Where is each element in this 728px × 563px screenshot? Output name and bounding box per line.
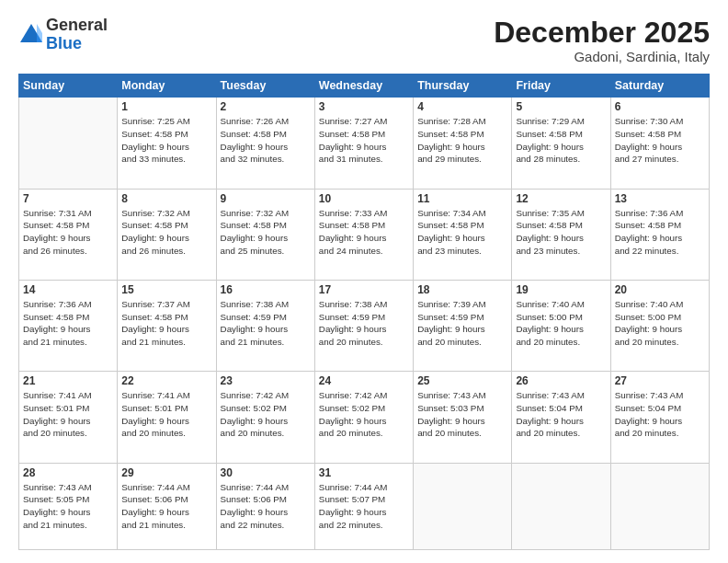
day-info: Sunrise: 7:39 AM Sunset: 4:59 PM Dayligh…: [417, 298, 507, 349]
day-number: 14: [23, 283, 113, 296]
day-info: Sunrise: 7:34 AM Sunset: 4:58 PM Dayligh…: [417, 207, 507, 258]
day-number: 27: [615, 374, 705, 387]
day-info: Sunrise: 7:31 AM Sunset: 4:58 PM Dayligh…: [23, 207, 113, 258]
day-number: 31: [319, 466, 409, 479]
day-info: Sunrise: 7:28 AM Sunset: 4:58 PM Dayligh…: [417, 115, 507, 166]
day-info: Sunrise: 7:36 AM Sunset: 4:58 PM Dayligh…: [615, 207, 705, 258]
day-info: Sunrise: 7:40 AM Sunset: 5:00 PM Dayligh…: [516, 298, 606, 349]
calendar-day-header: Wednesday: [314, 75, 413, 98]
day-number: 28: [23, 466, 113, 479]
calendar-cell: 2Sunrise: 7:26 AM Sunset: 4:58 PM Daylig…: [216, 98, 314, 189]
calendar-cell: [414, 463, 512, 549]
calendar-week-row: 21Sunrise: 7:41 AM Sunset: 5:01 PM Dayli…: [19, 372, 710, 463]
calendar-cell: 6Sunrise: 7:30 AM Sunset: 4:58 PM Daylig…: [610, 98, 709, 189]
calendar-cell: 15Sunrise: 7:37 AM Sunset: 4:58 PM Dayli…: [118, 280, 216, 371]
month-title: December 2025: [494, 17, 710, 49]
calendar-week-row: 14Sunrise: 7:36 AM Sunset: 4:58 PM Dayli…: [19, 280, 710, 371]
calendar-cell: 14Sunrise: 7:36 AM Sunset: 4:58 PM Dayli…: [19, 280, 118, 371]
calendar-cell: 4Sunrise: 7:28 AM Sunset: 4:58 PM Daylig…: [414, 98, 512, 189]
calendar-cell: 31Sunrise: 7:44 AM Sunset: 5:07 PM Dayli…: [314, 463, 413, 549]
calendar-cell: 23Sunrise: 7:42 AM Sunset: 5:02 PM Dayli…: [216, 372, 314, 463]
day-info: Sunrise: 7:43 AM Sunset: 5:04 PM Dayligh…: [615, 389, 705, 440]
day-number: 29: [121, 466, 211, 479]
logo-text: General Blue: [46, 17, 108, 53]
calendar-cell: 1Sunrise: 7:25 AM Sunset: 4:58 PM Daylig…: [118, 98, 216, 189]
calendar-day-header: Friday: [512, 75, 610, 98]
calendar-cell: 12Sunrise: 7:35 AM Sunset: 4:58 PM Dayli…: [512, 189, 610, 280]
calendar-cell: 30Sunrise: 7:44 AM Sunset: 5:06 PM Dayli…: [216, 463, 314, 549]
calendar-cell: 17Sunrise: 7:38 AM Sunset: 4:59 PM Dayli…: [314, 280, 413, 371]
day-info: Sunrise: 7:43 AM Sunset: 5:04 PM Dayligh…: [516, 389, 606, 440]
day-info: Sunrise: 7:26 AM Sunset: 4:58 PM Dayligh…: [221, 115, 311, 166]
day-number: 16: [221, 283, 311, 296]
day-number: 5: [516, 100, 606, 113]
day-info: Sunrise: 7:32 AM Sunset: 4:58 PM Dayligh…: [221, 207, 311, 258]
day-info: Sunrise: 7:32 AM Sunset: 4:58 PM Dayligh…: [121, 207, 211, 258]
day-info: Sunrise: 7:35 AM Sunset: 4:58 PM Dayligh…: [516, 207, 606, 258]
day-number: 26: [516, 374, 606, 387]
calendar-week-row: 1Sunrise: 7:25 AM Sunset: 4:58 PM Daylig…: [19, 98, 710, 189]
day-number: 13: [615, 192, 705, 205]
day-number: 9: [221, 192, 311, 205]
calendar-day-header: Thursday: [414, 75, 512, 98]
day-info: Sunrise: 7:25 AM Sunset: 4:58 PM Dayligh…: [121, 115, 211, 166]
calendar-cell: 25Sunrise: 7:43 AM Sunset: 5:03 PM Dayli…: [414, 372, 512, 463]
day-info: Sunrise: 7:30 AM Sunset: 4:58 PM Dayligh…: [615, 115, 705, 166]
calendar-header-row: SundayMondayTuesdayWednesdayThursdayFrid…: [19, 75, 710, 98]
day-number: 17: [319, 283, 409, 296]
day-info: Sunrise: 7:41 AM Sunset: 5:01 PM Dayligh…: [121, 389, 211, 440]
day-number: 11: [417, 192, 507, 205]
calendar-cell: 16Sunrise: 7:38 AM Sunset: 4:59 PM Dayli…: [216, 280, 314, 371]
calendar-cell: 11Sunrise: 7:34 AM Sunset: 4:58 PM Dayli…: [414, 189, 512, 280]
page: General Blue December 2025 Gadoni, Sardi…: [0, 0, 728, 563]
day-number: 15: [121, 283, 211, 296]
day-number: 12: [516, 192, 606, 205]
day-info: Sunrise: 7:44 AM Sunset: 5:06 PM Dayligh…: [221, 481, 311, 532]
calendar-cell: 18Sunrise: 7:39 AM Sunset: 4:59 PM Dayli…: [414, 280, 512, 371]
logo-blue-text: Blue: [46, 35, 108, 53]
header: General Blue December 2025 Gadoni, Sardi…: [18, 17, 710, 64]
day-number: 7: [23, 192, 113, 205]
calendar-cell: 28Sunrise: 7:43 AM Sunset: 5:05 PM Dayli…: [19, 463, 118, 549]
day-number: 23: [221, 374, 311, 387]
day-number: 2: [221, 100, 311, 113]
day-info: Sunrise: 7:42 AM Sunset: 5:02 PM Dayligh…: [221, 389, 311, 440]
calendar-cell: 20Sunrise: 7:40 AM Sunset: 5:00 PM Dayli…: [610, 280, 709, 371]
day-number: 20: [615, 283, 705, 296]
day-number: 24: [319, 374, 409, 387]
day-info: Sunrise: 7:33 AM Sunset: 4:58 PM Dayligh…: [319, 207, 409, 258]
calendar-cell: 9Sunrise: 7:32 AM Sunset: 4:58 PM Daylig…: [216, 189, 314, 280]
day-info: Sunrise: 7:38 AM Sunset: 4:59 PM Dayligh…: [221, 298, 311, 349]
calendar-cell: 13Sunrise: 7:36 AM Sunset: 4:58 PM Dayli…: [610, 189, 709, 280]
day-info: Sunrise: 7:44 AM Sunset: 5:07 PM Dayligh…: [319, 481, 409, 532]
day-info: Sunrise: 7:36 AM Sunset: 4:58 PM Dayligh…: [23, 298, 113, 349]
calendar-cell: 26Sunrise: 7:43 AM Sunset: 5:04 PM Dayli…: [512, 372, 610, 463]
calendar-day-header: Sunday: [19, 75, 118, 98]
day-number: 6: [615, 100, 705, 113]
calendar-cell: [512, 463, 610, 549]
day-number: 21: [23, 374, 113, 387]
day-info: Sunrise: 7:42 AM Sunset: 5:02 PM Dayligh…: [319, 389, 409, 440]
day-number: 18: [417, 283, 507, 296]
calendar-cell: 19Sunrise: 7:40 AM Sunset: 5:00 PM Dayli…: [512, 280, 610, 371]
calendar-cell: 10Sunrise: 7:33 AM Sunset: 4:58 PM Dayli…: [314, 189, 413, 280]
day-info: Sunrise: 7:43 AM Sunset: 5:03 PM Dayligh…: [417, 389, 507, 440]
day-info: Sunrise: 7:37 AM Sunset: 4:58 PM Dayligh…: [121, 298, 211, 349]
day-number: 1: [121, 100, 211, 113]
calendar-week-row: 7Sunrise: 7:31 AM Sunset: 4:58 PM Daylig…: [19, 189, 710, 280]
calendar-week-row: 28Sunrise: 7:43 AM Sunset: 5:05 PM Dayli…: [19, 463, 710, 549]
calendar-cell: 21Sunrise: 7:41 AM Sunset: 5:01 PM Dayli…: [19, 372, 118, 463]
day-info: Sunrise: 7:27 AM Sunset: 4:58 PM Dayligh…: [319, 115, 409, 166]
calendar-day-header: Monday: [118, 75, 216, 98]
calendar-day-header: Saturday: [610, 75, 709, 98]
day-info: Sunrise: 7:44 AM Sunset: 5:06 PM Dayligh…: [121, 481, 211, 532]
day-info: Sunrise: 7:40 AM Sunset: 5:00 PM Dayligh…: [615, 298, 705, 349]
calendar-cell: 5Sunrise: 7:29 AM Sunset: 4:58 PM Daylig…: [512, 98, 610, 189]
calendar-cell: [19, 98, 118, 189]
day-number: 25: [417, 374, 507, 387]
day-number: 19: [516, 283, 606, 296]
calendar-cell: 8Sunrise: 7:32 AM Sunset: 4:58 PM Daylig…: [118, 189, 216, 280]
logo-general-text: General: [46, 17, 108, 35]
calendar-cell: 22Sunrise: 7:41 AM Sunset: 5:01 PM Dayli…: [118, 372, 216, 463]
calendar-table: SundayMondayTuesdayWednesdayThursdayFrid…: [18, 74, 710, 550]
